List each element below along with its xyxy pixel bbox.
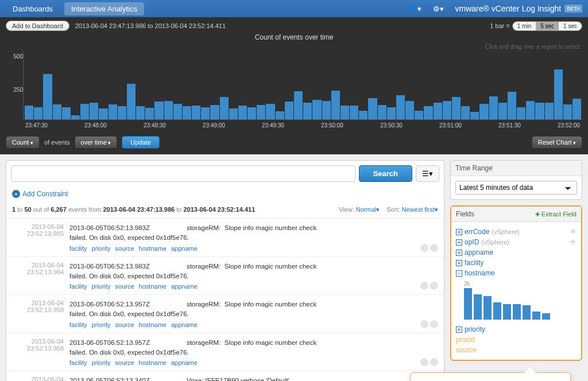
field-link[interactable]: facility xyxy=(465,259,483,267)
clock-icon[interactable] xyxy=(420,244,428,252)
mini-bar[interactable] xyxy=(493,302,501,320)
event-tag[interactable]: source xyxy=(115,359,134,366)
gear-icon[interactable]: ⚙▾ xyxy=(427,2,450,15)
dismiss-icon[interactable] xyxy=(430,358,438,366)
chart-bar[interactable] xyxy=(210,105,219,119)
event-tag[interactable]: appname xyxy=(171,321,198,328)
reset-chart-button[interactable]: Reset Chart xyxy=(532,136,582,149)
field-link[interactable]: source xyxy=(456,346,477,354)
sort-dropdown[interactable]: Newest first▾ xyxy=(402,206,438,213)
chart-bar[interactable] xyxy=(229,108,238,119)
event-tag[interactable]: source xyxy=(115,283,134,290)
mini-chart-bars[interactable] xyxy=(464,288,577,320)
over-time-dropdown[interactable]: over time xyxy=(75,136,118,149)
chart-bar[interactable] xyxy=(303,103,312,119)
tab-dashboards[interactable]: Dashboards xyxy=(6,2,60,15)
field-item[interactable]: +appname xyxy=(456,247,577,258)
field-item[interactable]: source xyxy=(456,345,577,355)
field-link[interactable]: opID xyxy=(465,238,479,246)
dismiss-icon[interactable] xyxy=(430,320,438,328)
chart-bar[interactable] xyxy=(572,99,581,119)
field-link[interactable]: appname xyxy=(465,248,493,256)
event-tag[interactable]: priority xyxy=(92,359,111,366)
chart-bar[interactable] xyxy=(405,101,414,119)
chart-bar[interactable] xyxy=(201,107,210,119)
chart-bar[interactable] xyxy=(424,106,432,119)
eye-icon[interactable]: 👁 xyxy=(570,238,577,246)
chart-bar[interactable] xyxy=(415,111,423,119)
chart-bar[interactable] xyxy=(517,107,525,119)
chart-bar[interactable] xyxy=(554,69,563,119)
add-constraint-button[interactable]: + Add Constraint xyxy=(6,186,444,201)
chart-bar[interactable] xyxy=(183,106,191,119)
chart-bar[interactable] xyxy=(545,103,554,119)
chart-bar[interactable] xyxy=(71,115,80,119)
chart-bar[interactable] xyxy=(136,106,145,119)
chart-bar[interactable] xyxy=(443,101,451,119)
eye-icon[interactable]: 👁 xyxy=(570,228,577,236)
event-tag[interactable]: appname xyxy=(171,245,198,252)
chart-bar[interactable] xyxy=(452,97,461,119)
clock-icon[interactable] xyxy=(420,282,428,290)
mini-bar[interactable] xyxy=(513,304,521,320)
chart-bar[interactable] xyxy=(127,84,136,119)
field-item[interactable]: +priority xyxy=(456,324,577,335)
expand-icon[interactable]: + xyxy=(456,250,462,256)
chart-bar[interactable] xyxy=(489,96,498,119)
chart-bar[interactable] xyxy=(154,102,163,119)
extract-field-button[interactable]: Extract Field xyxy=(535,211,577,217)
field-link[interactable]: errCode xyxy=(465,228,489,236)
tab-interactive-analytics[interactable]: Interactive Analytics xyxy=(64,2,144,15)
field-item[interactable]: +errCode (vSphere)👁 xyxy=(456,227,577,237)
chart-bar[interactable] xyxy=(43,74,52,119)
event-tag[interactable]: facility xyxy=(69,359,87,366)
field-item[interactable]: −hostname xyxy=(456,268,577,278)
chart-bars[interactable] xyxy=(23,51,582,120)
chart-bar[interactable] xyxy=(322,101,331,119)
chart-bar[interactable] xyxy=(238,106,247,119)
chart-bar[interactable] xyxy=(294,91,303,119)
chart-bar[interactable] xyxy=(192,106,200,119)
field-link[interactable]: procid xyxy=(456,336,475,344)
chart-bar[interactable] xyxy=(285,102,293,119)
event-row[interactable]: 2013-06-0423:52:13.9852013-06-05T06:52:1… xyxy=(6,219,444,257)
expand-icon[interactable]: + xyxy=(456,239,462,246)
chart-bar[interactable] xyxy=(276,111,284,119)
bar-opt-1sec[interactable]: 1 sec xyxy=(559,22,582,30)
chart-bar[interactable] xyxy=(508,92,516,119)
chart-bar[interactable] xyxy=(498,103,507,119)
add-to-dashboard-button[interactable]: Add to Dashboard xyxy=(6,21,69,31)
expand-icon[interactable]: + xyxy=(456,229,462,235)
chart-bar[interactable] xyxy=(220,97,229,119)
field-link[interactable]: priority xyxy=(465,325,485,333)
event-tag[interactable]: hostname xyxy=(139,359,167,366)
chart-bar[interactable] xyxy=(461,106,470,119)
event-tag[interactable]: hostname xyxy=(139,245,167,252)
chart-bar[interactable] xyxy=(368,98,377,119)
chart-bar[interactable] xyxy=(341,106,349,119)
field-item[interactable]: +facility xyxy=(456,258,577,268)
chart-bar[interactable] xyxy=(526,101,535,119)
event-tag[interactable]: facility xyxy=(69,321,87,328)
expand-icon[interactable]: + xyxy=(456,260,462,266)
chart-bar[interactable] xyxy=(118,106,126,119)
clock-icon[interactable] xyxy=(420,358,428,366)
bar-opt-1min[interactable]: 1 min xyxy=(513,22,536,30)
chart-bar[interactable] xyxy=(378,105,386,119)
aggregation-dropdown[interactable]: Count xyxy=(6,136,40,149)
chart-bar[interactable] xyxy=(359,111,368,119)
chart-bar[interactable] xyxy=(312,100,321,120)
event-tag[interactable]: priority xyxy=(92,245,111,252)
event-row[interactable]: 2013-06-0423:52:13.9842013-06-05T06:52:1… xyxy=(6,257,444,296)
time-range-select[interactable]: Latest 5 minutes of data xyxy=(455,181,577,195)
expand-icon[interactable]: − xyxy=(456,270,462,277)
chart-bar[interactable] xyxy=(99,108,107,119)
dismiss-icon[interactable] xyxy=(430,244,438,252)
view-mode-dropdown[interactable]: Normal▾ xyxy=(356,206,380,213)
event-tag[interactable]: source xyxy=(115,245,134,252)
chart-bar[interactable] xyxy=(62,107,71,119)
event-tag[interactable]: priority xyxy=(92,321,111,328)
chart-bar[interactable] xyxy=(109,104,117,119)
mini-bar[interactable] xyxy=(503,304,511,320)
chart-bar[interactable] xyxy=(266,104,274,119)
